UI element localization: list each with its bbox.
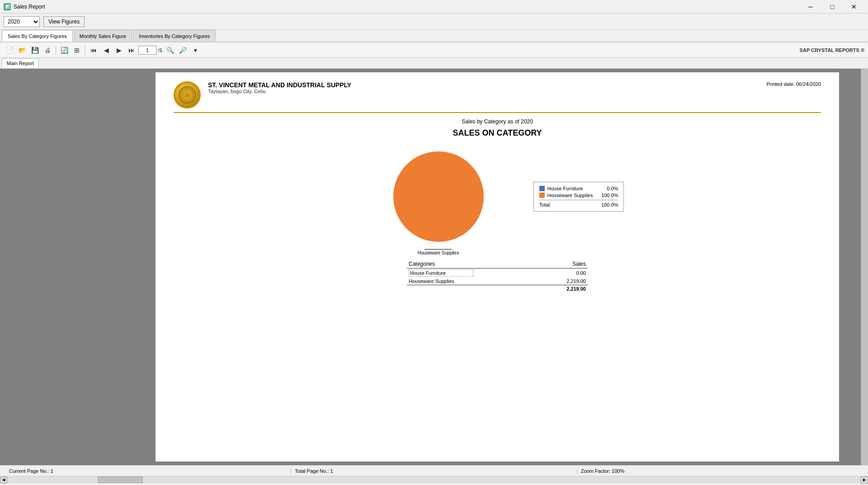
title-bar: 📊 Sales Report ─ □ ✕ bbox=[0, 0, 868, 14]
refresh-button[interactable]: 🔄 bbox=[58, 44, 70, 56]
prev-page-button[interactable]: ◀ bbox=[100, 44, 112, 56]
toggle-button[interactable]: ⊞ bbox=[71, 44, 83, 56]
view-figures-button[interactable]: View Figures bbox=[43, 16, 85, 27]
data-table: Categories Sales House Furniture 0.00 Ho… bbox=[407, 260, 588, 292]
total-page-status: Total Page No.: 1 bbox=[291, 468, 576, 474]
pie-label: Houseware Supplies bbox=[418, 250, 459, 255]
table-row: Houseware Supplies 2,219.00 bbox=[407, 278, 588, 285]
scrollbar-track[interactable] bbox=[7, 476, 861, 483]
current-page-status: Current Page No.: 1 bbox=[5, 468, 291, 474]
total-row: 2,219.00 bbox=[407, 285, 588, 293]
maximize-button[interactable]: □ bbox=[822, 0, 843, 14]
company-info: ST. VINCENT METAL AND INDUSTRIAL SUPPLY … bbox=[208, 81, 767, 94]
separator-1 bbox=[56, 46, 56, 55]
legend-box: House Furniture 0.0% Houseware Supplies … bbox=[533, 182, 624, 212]
legend-color-furniture bbox=[539, 186, 545, 191]
right-panel bbox=[841, 69, 868, 465]
zoom-dropdown-button[interactable]: ▾ bbox=[189, 44, 201, 56]
last-page-button[interactable]: ⏭ bbox=[126, 44, 137, 56]
report-subtitle: Sales by Category as of 2020 bbox=[174, 118, 821, 125]
window-controls: ─ □ ✕ bbox=[800, 0, 864, 14]
report-page: ⚙ ST. VINCENT METAL AND INDUSTRIAL SUPPL… bbox=[156, 72, 839, 344]
main-report-tab[interactable]: Main Report bbox=[2, 58, 39, 68]
legend-color-houseware bbox=[539, 193, 545, 198]
sub-toolbar: Main Report bbox=[0, 58, 868, 69]
printed-label: Printed date: 06/24/2020 bbox=[767, 81, 821, 87]
scrollbar-thumb[interactable] bbox=[98, 476, 143, 483]
tab-sales-by-category[interactable]: Sales By Category Figures bbox=[2, 30, 73, 42]
tabs-row: Sales By Category Figures Monthly Sales … bbox=[0, 30, 868, 42]
zoom-button[interactable]: 🔎 bbox=[177, 44, 189, 56]
page-input[interactable]: 1 bbox=[138, 46, 156, 55]
total-value: 2,219.00 bbox=[407, 285, 588, 293]
row-furniture-category: House Furniture bbox=[407, 268, 542, 278]
print-info: Printed date: 06/24/2020 bbox=[767, 81, 821, 87]
close-button[interactable]: ✕ bbox=[844, 0, 864, 14]
report-header: ⚙ ST. VINCENT METAL AND INDUSTRIAL SUPPL… bbox=[174, 81, 821, 113]
app-icon: 📊 bbox=[4, 3, 11, 10]
first-page-button[interactable]: ⏮ bbox=[88, 44, 99, 56]
cr-toolbar: 📄 📂 💾 🖨 🔄 ⊞ ⏮ ◀ ▶ ⏭ 1 /1 🔍 🔎 ▾ SAP CRYST… bbox=[0, 42, 868, 58]
company-name: ST. VINCENT METAL AND INDUSTRIAL SUPPLY bbox=[208, 81, 767, 89]
scroll-left-button[interactable]: ◀ bbox=[0, 476, 7, 484]
toolbar: 2020 2019 2018 2021 View Figures bbox=[0, 14, 868, 30]
tab-monthly-sales[interactable]: Monthly Sales Figure bbox=[74, 30, 132, 42]
year-select[interactable]: 2020 2019 2018 2021 bbox=[4, 16, 40, 27]
zoom-status: Zoom Factor: 100% bbox=[577, 468, 863, 474]
report-viewer: ⚙ ST. VINCENT METAL AND INDUSTRIAL SUPPL… bbox=[156, 72, 839, 461]
company-address: Taytayan, bogo City, Cebu bbox=[208, 89, 767, 94]
col-header-categories: Categories bbox=[407, 260, 542, 268]
legend-item-houseware: Houseware Supplies 100.0% bbox=[539, 193, 618, 198]
cr-label: SAP CRYSTAL REPORTS ® bbox=[800, 47, 864, 53]
save-button[interactable]: 💾 bbox=[29, 44, 41, 56]
find-button[interactable]: 🔍 bbox=[164, 44, 176, 56]
company-logo: ⚙ bbox=[174, 81, 201, 108]
scroll-right-button[interactable]: ▶ bbox=[861, 476, 868, 484]
row-houseware-sales: 2,219.00 bbox=[542, 278, 588, 285]
chart-area: Houseware Supplies House Furniture 0.0% … bbox=[174, 147, 821, 246]
new-button[interactable]: 📄 bbox=[4, 44, 15, 56]
minimize-button[interactable]: ─ bbox=[800, 0, 821, 14]
svg-text:⚙: ⚙ bbox=[186, 94, 189, 98]
legend-item-furniture: House Furniture 0.0% bbox=[539, 186, 618, 191]
print-preview-button[interactable]: 🖨 bbox=[42, 44, 53, 56]
legend-total: Total: 100.0% bbox=[539, 200, 618, 207]
scrollbar-right[interactable] bbox=[861, 69, 868, 465]
pie-chart bbox=[389, 147, 488, 246]
tab-inventories[interactable]: Inventories By Category Figures bbox=[133, 30, 216, 42]
report-title: SALES ON CATEGORY bbox=[174, 128, 821, 138]
next-page-button[interactable]: ▶ bbox=[113, 44, 125, 56]
row-houseware-category: Houseware Supplies bbox=[407, 278, 542, 285]
open-button[interactable]: 📂 bbox=[16, 44, 28, 56]
page-total: /1 bbox=[158, 47, 162, 53]
window-title: Sales Report bbox=[14, 4, 45, 10]
pie-segment-houseware bbox=[393, 151, 484, 242]
status-bar: Current Page No.: 1 Total Page No.: 1 Zo… bbox=[0, 465, 868, 476]
row-furniture-sales: 0.00 bbox=[542, 268, 588, 278]
content-area: ⚙ ST. VINCENT METAL AND INDUSTRIAL SUPPL… bbox=[0, 69, 868, 465]
separator-2 bbox=[85, 46, 85, 55]
table-row: House Furniture 0.00 bbox=[407, 268, 588, 278]
left-panel bbox=[0, 69, 154, 465]
scrollbar-bottom: ◀ ▶ bbox=[0, 476, 868, 483]
pie-chart-container: Houseware Supplies bbox=[371, 147, 506, 246]
col-header-sales: Sales bbox=[542, 260, 588, 268]
